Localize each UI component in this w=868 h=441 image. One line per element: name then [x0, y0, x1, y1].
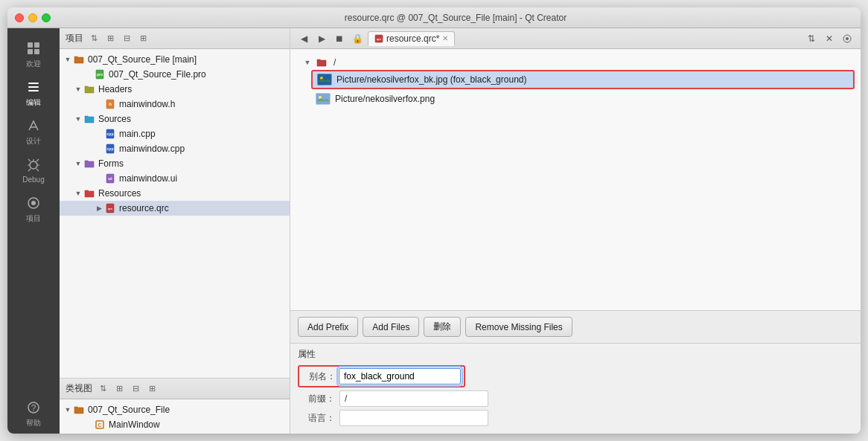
main-window: resource.qrc @ 007_Qt_Source_File [main]…	[7, 7, 861, 434]
tree-item-headers[interactable]: ▼ Headers	[60, 82, 290, 97]
sidebar-item-help[interactable]: ? 帮助	[11, 395, 56, 432]
class-add-button[interactable]: ⊞	[113, 383, 125, 395]
project-expand-button[interactable]: ⊞	[137, 33, 149, 45]
cpp-file-icon: cpp	[104, 128, 116, 140]
tab-label: resource.qrc*	[386, 33, 439, 44]
resource-item-png[interactable]: Picture/nekosilverfox.png	[311, 91, 855, 107]
class-tree-item-mainwindow[interactable]: C MainWindow	[60, 417, 290, 432]
tree-label-mainwindow-h: mainwindow.h	[119, 99, 175, 109]
pro-file-icon: pro	[94, 68, 106, 80]
svg-rect-31	[318, 74, 331, 85]
screenshot-button[interactable]	[840, 31, 855, 46]
expand-spacer	[83, 419, 94, 430]
sidebar-item-debug[interactable]: Debug	[11, 152, 56, 189]
class-project-icon	[73, 404, 85, 416]
editor-toolbar: ◀ ▶ ⏹ 🔒 qrc resource.qrc* ✕ ⇅ ✕	[290, 28, 861, 49]
delete-button[interactable]: 删除	[424, 317, 461, 337]
maximize-button[interactable]	[42, 13, 51, 22]
expand-qrc-root[interactable]: ▼	[302, 57, 313, 68]
project-collapse-button[interactable]: ⊟	[121, 33, 133, 45]
resource-qrc-tab[interactable]: qrc resource.qrc* ✕	[368, 31, 455, 46]
tree-item-resource-qrc[interactable]: ▶ qrc resource.qrc	[60, 201, 290, 216]
expand-resources[interactable]: ▼	[73, 188, 83, 199]
svg-text:ui: ui	[108, 176, 112, 181]
stop-button[interactable]: ⏹	[332, 31, 347, 46]
edit-icon	[25, 79, 42, 95]
svg-rect-2	[28, 49, 33, 54]
lang-label: 语言：	[298, 412, 335, 425]
main-content: 欢迎 编辑 设计 Debug	[7, 28, 861, 434]
class-sort-button[interactable]: ⇅	[97, 383, 109, 395]
add-prefix-button[interactable]: Add Prefix	[298, 317, 358, 337]
resource-tree: ▼ / Picture/nek	[290, 49, 861, 310]
class-tree-item-project[interactable]: ▼ 007_Qt_Source_File	[60, 402, 290, 417]
image-icon-2	[316, 93, 331, 105]
tree-item-root[interactable]: ▼ 007_Qt_Source_File [main]	[60, 52, 290, 67]
tree-item-resources[interactable]: ▼ Resources	[60, 186, 290, 201]
svg-rect-5	[28, 86, 39, 88]
class-collapse-button[interactable]: ⊟	[130, 383, 141, 395]
close-button[interactable]	[15, 13, 24, 22]
class-expand-button[interactable]: ⊞	[146, 383, 158, 395]
tree-item-forms[interactable]: ▼ Forms	[60, 156, 290, 171]
remove-missing-button[interactable]: Remove Missing Files	[465, 317, 572, 337]
expand-icon[interactable]: ▼	[63, 54, 73, 65]
tab-close-icon[interactable]: ✕	[442, 34, 448, 42]
resource-editor: ▼ / Picture/nek	[290, 49, 861, 434]
forward-button[interactable]: ▶	[314, 31, 329, 46]
project-panel-header: 项目 ⇅ ⊞ ⊟ ⊞	[60, 28, 290, 49]
project-folder-icon	[73, 54, 85, 65]
cpp-file-icon-2: cpp	[104, 143, 116, 155]
expand-class-root[interactable]: ▼	[63, 405, 73, 415]
tree-item-mainwindow-h[interactable]: h mainwindow.h	[60, 97, 290, 112]
sidebar-item-project[interactable]: 项目	[11, 190, 56, 228]
minimize-button[interactable]	[28, 13, 37, 22]
svg-text:cpp: cpp	[107, 147, 114, 151]
expand-forms[interactable]: ▼	[73, 158, 83, 169]
back-button[interactable]: ◀	[296, 31, 311, 46]
tree-item-mainwindow-cpp[interactable]: cpp mainwindow.cpp	[60, 141, 290, 156]
sidebar-label-welcome: 欢迎	[26, 59, 41, 69]
tree-item-sources[interactable]: ▼ Sources	[60, 112, 290, 126]
tree-item-main-cpp[interactable]: cpp main.cpp	[60, 126, 290, 141]
sidebar-label-edit: 编辑	[26, 97, 41, 108]
lang-value	[339, 410, 488, 426]
tab-dropdown-button[interactable]: ⇅	[804, 31, 819, 46]
traffic-lights	[15, 13, 51, 22]
add-files-button[interactable]: Add Files	[363, 317, 419, 337]
project-sort-button[interactable]: ⇅	[88, 33, 100, 45]
project-filter-button[interactable]: ⊞	[104, 33, 116, 45]
expand-qrc[interactable]: ▶	[94, 203, 104, 213]
tree-label-sources: Sources	[98, 114, 131, 124]
resource-root-item[interactable]: ▼ /	[296, 55, 855, 70]
h-file-icon: h	[104, 98, 116, 110]
resource-item-bk[interactable]: Picture/nekosilverfox_bk.jpg (fox_black_…	[311, 70, 855, 89]
class-tree: ▼ 007_Qt_Source_File C MainWindow	[60, 399, 290, 434]
sidebar-item-design[interactable]: 设计	[11, 113, 56, 150]
sidebar-label-debug: Debug	[22, 176, 44, 184]
class-tree-label-mainwindow: MainWindow	[109, 419, 160, 430]
design-icon	[25, 118, 42, 134]
tree-label-headers: Headers	[98, 84, 132, 94]
prefix-label: 前缀：	[298, 393, 335, 405]
tree-label-mainwindow-cpp: mainwindow.cpp	[119, 144, 185, 154]
svg-point-10	[31, 201, 36, 205]
sidebar-label-project: 项目	[26, 213, 41, 224]
tree-label-main-cpp: main.cpp	[119, 129, 156, 139]
sidebar-item-welcome[interactable]: 欢迎	[11, 36, 56, 73]
alias-input[interactable]	[339, 368, 461, 384]
resource-item-wrapper-2: Picture/nekosilverfox.png	[296, 91, 855, 107]
lock-button[interactable]: 🔒	[350, 31, 365, 46]
expand-headers[interactable]: ▼	[73, 84, 83, 94]
tree-item-mainwindow-ui[interactable]: ui mainwindow.ui	[60, 171, 290, 186]
sidebar-item-edit[interactable]: 编辑	[11, 74, 56, 112]
tree-item-pro[interactable]: pro 007_Qt_Source_File.pro	[60, 67, 290, 82]
class-icon: C	[94, 419, 106, 431]
class-panel-header: 类视图 ⇅ ⊞ ⊟ ⊞	[60, 379, 290, 399]
svg-text:pro: pro	[97, 72, 103, 77]
tab-close-button[interactable]: ✕	[822, 31, 837, 46]
expand-sources[interactable]: ▼	[73, 114, 83, 124]
qrc-root-icon	[316, 57, 328, 68]
svg-text:qrc: qrc	[377, 37, 382, 41]
svg-text:h: h	[109, 102, 112, 106]
